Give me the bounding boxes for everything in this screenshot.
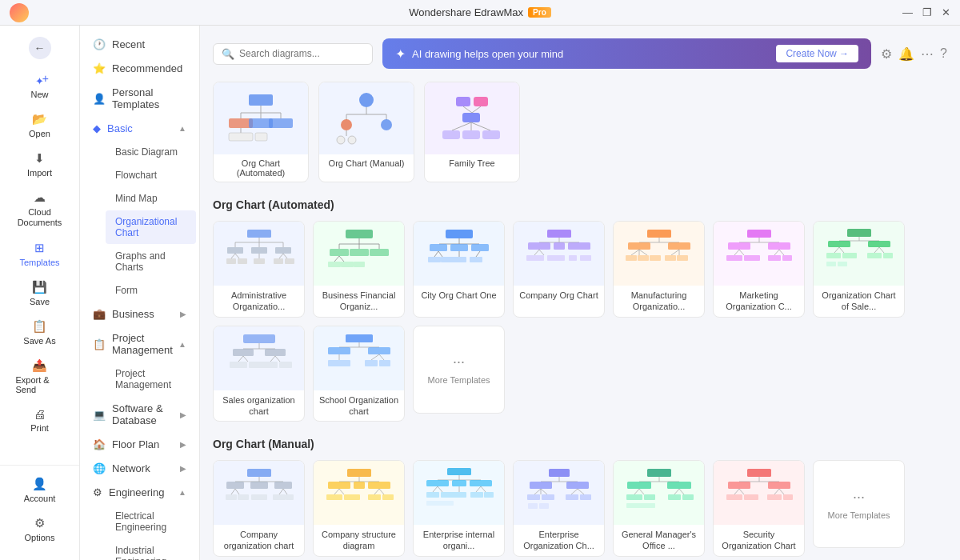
template-company-org[interactable]: Company Org Chart: [513, 221, 605, 318]
open-button[interactable]: 📂 Open: [8, 107, 72, 143]
nav-recommended[interactable]: ⭐ Recommended: [83, 57, 196, 80]
nav-personal-templates[interactable]: 👤 Personal Templates: [83, 81, 196, 116]
templates-button[interactable]: ⊞ Templates: [8, 236, 72, 272]
svg-line-166: [235, 489, 239, 494]
svg-rect-39: [227, 247, 243, 254]
svg-rect-59: [350, 249, 369, 256]
nav-org-chart[interactable]: Organizational Chart: [106, 210, 196, 244]
nav-form[interactable]: Form: [106, 279, 196, 302]
new-button[interactable]: ✦ + New: [8, 70, 72, 104]
nav-basic-diagram[interactable]: Basic Diagram: [106, 141, 196, 163]
more-auto-templates[interactable]: ··· More Templates: [413, 326, 505, 414]
nav-business[interactable]: 💼 Business ▶: [83, 302, 196, 326]
svg-rect-219: [566, 494, 578, 500]
more-icon[interactable]: ⋯: [921, 46, 934, 62]
notification-icon[interactable]: 🔔: [898, 46, 914, 62]
svg-rect-196: [426, 492, 439, 498]
svg-rect-71: [471, 244, 489, 251]
nav-recent[interactable]: 🕐 Recent: [83, 33, 196, 56]
svg-rect-162: [226, 482, 244, 489]
template-company-struct[interactable]: Company structure diagram: [313, 460, 405, 557]
template-sales-org[interactable]: Sales organization chart: [213, 326, 305, 422]
svg-line-184: [374, 489, 379, 494]
search-input[interactable]: [239, 48, 364, 59]
create-now-button[interactable]: Create Now →: [776, 45, 858, 62]
admin-org-label: Administrative Organizatio...: [214, 286, 304, 317]
svg-rect-139: [265, 349, 286, 356]
save-as-button[interactable]: 📋 Save As: [8, 314, 72, 350]
svg-point-21: [348, 136, 356, 144]
window-controls[interactable]: — ❐ ✕: [902, 6, 950, 18]
svg-rect-77: [452, 257, 466, 262]
nav-mind-map[interactable]: Mind Map: [106, 187, 196, 210]
nav-floor-plan[interactable]: 🏠 Floor Plan ▶: [83, 433, 196, 456]
basic-chevron: ▲: [178, 124, 186, 133]
nav-software-database[interactable]: 💻 Software & Database ▶: [83, 397, 196, 432]
template-admin-org[interactable]: Administrative Organizatio...: [213, 221, 305, 318]
svg-line-49: [283, 254, 287, 258]
nav-industrial[interactable]: Industrial Engineering: [106, 539, 196, 560]
close-button[interactable]: ✕: [942, 6, 950, 18]
nav-project-mgmt[interactable]: Project Management: [106, 362, 196, 396]
gm-office-label: General Manager's Office ...: [614, 525, 704, 556]
cloud-documents-button[interactable]: ☁ Cloud Documents: [8, 186, 72, 233]
template-business-fin[interactable]: Business Financial Organiz...: [313, 221, 405, 318]
account-button[interactable]: 👤 Account: [8, 472, 72, 508]
nav-basic[interactable]: ◆ Basic ▲: [83, 117, 196, 140]
svg-line-78: [476, 251, 480, 257]
more-manual-templates[interactable]: ··· More Templates: [813, 460, 905, 548]
svg-rect-213: [527, 494, 540, 500]
template-gm-office[interactable]: General Manager's Office ...: [613, 460, 705, 557]
featured-family-tree[interactable]: Family Tree: [424, 82, 520, 182]
minimize-button[interactable]: —: [902, 6, 913, 18]
svg-rect-154: [328, 360, 350, 366]
settings-icon[interactable]: ⚙: [881, 46, 892, 62]
template-security-org[interactable]: Security Organization Chart: [713, 460, 805, 557]
template-org-sales[interactable]: Organization Chart of Sale...: [813, 221, 905, 318]
template-marketing-org[interactable]: Marketing Organization C...: [713, 221, 805, 318]
template-school-org[interactable]: School Organization chart: [313, 326, 405, 422]
print-button[interactable]: 🖨 Print: [8, 402, 72, 438]
svg-line-125: [834, 247, 839, 253]
svg-line-226: [634, 489, 639, 494]
svg-rect-246: [767, 494, 782, 500]
svg-rect-146: [263, 362, 278, 368]
featured-org-manual[interactable]: Org Chart (Manual): [318, 82, 414, 182]
org-automated-title: Org Chart (Automated): [213, 198, 947, 211]
nav-engineering[interactable]: ⚙ Engineering ▲: [83, 481, 196, 504]
svg-rect-224: [627, 482, 651, 489]
template-city-org[interactable]: City Org Chart One: [413, 221, 505, 318]
project-chevron: ▲: [178, 340, 186, 349]
company-org2-label: Company organization chart: [214, 525, 304, 556]
template-company-org2[interactable]: Company organization chart: [213, 460, 305, 557]
svg-rect-118: [768, 255, 781, 261]
search-icon: 🔍: [222, 48, 234, 60]
back-button[interactable]: ←: [8, 32, 72, 64]
template-manufacturing[interactable]: Manufacturing Organizatio...: [613, 221, 705, 318]
nav-project-management[interactable]: 📋 Project Management ▲: [83, 326, 196, 362]
save-button[interactable]: 💾 Save: [8, 275, 72, 311]
svg-rect-192: [452, 480, 466, 486]
svg-rect-208: [530, 482, 552, 489]
help-icon[interactable]: ?: [940, 46, 947, 62]
svg-line-29: [471, 122, 490, 130]
svg-rect-239: [768, 482, 790, 489]
template-enterprise-int[interactable]: Enterprise internal organi...: [413, 460, 505, 557]
nav-electrical[interactable]: Electrical Engineering: [106, 505, 196, 538]
template-enterprise-org[interactable]: Enterprise Organization Ch...: [513, 460, 605, 557]
svg-rect-80: [547, 230, 571, 238]
import-button[interactable]: ⬇ Import: [8, 146, 72, 182]
floor-icon: 🏠: [93, 438, 106, 450]
featured-org-automated[interactable]: Org Chart (Automated): [213, 82, 309, 182]
options-button[interactable]: ⚙ Options: [8, 511, 72, 547]
nav-graphs-charts[interactable]: Graphs and Charts: [106, 245, 196, 278]
nav-network[interactable]: 🌐 Network ▶: [83, 457, 196, 480]
svg-rect-233: [682, 494, 694, 500]
svg-rect-40: [251, 247, 267, 254]
search-box[interactable]: 🔍: [213, 43, 373, 65]
export-button[interactable]: 📤 Export & Send: [8, 354, 72, 399]
svg-rect-101: [638, 255, 649, 261]
nav-flowchart[interactable]: Flowchart: [106, 164, 196, 186]
restore-button[interactable]: ❐: [922, 6, 932, 18]
svg-rect-89: [547, 255, 565, 261]
